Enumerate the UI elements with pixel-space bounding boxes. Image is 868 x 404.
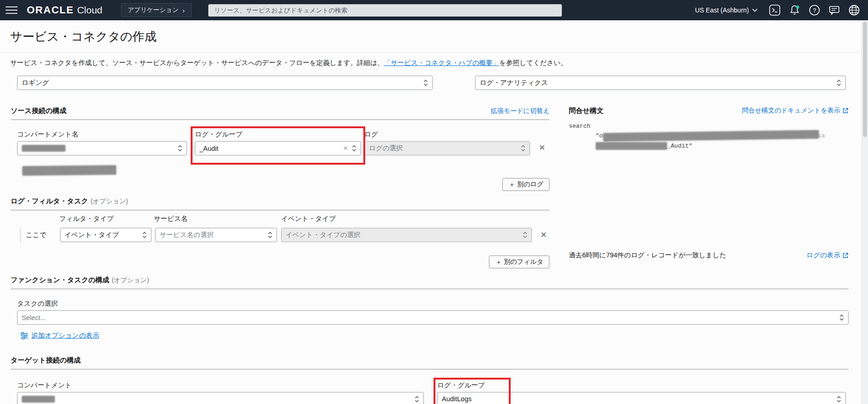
target-service-select[interactable]: ログ・アナリティクス [475,76,846,90]
select-chevrons-icon [837,79,841,87]
svg-text:?: ? [813,7,816,14]
compartment-select[interactable] [17,141,187,155]
select-chevrons-icon [268,231,272,239]
redacted-text [22,165,116,176]
task-select-label: タスクの選択 [17,299,849,308]
notifications-bell-icon[interactable] [788,4,801,17]
target-section-title: ターゲット接続の構成 [11,356,81,365]
select-chevrons-icon [423,79,428,87]
filter-type-label: フィルタ・タイプ [59,214,154,223]
oracle-cloud-logo[interactable]: ORACLE Cloud [27,4,102,16]
target-log-group-label: ログ・グループ [437,381,846,390]
filter-type-select[interactable]: イベント・タイプ [60,228,151,242]
redacted-compartment-value [22,396,55,403]
redacted-compartment-value [22,145,66,152]
query-syntax-panel: 問合せ構文 問合せ構文のドキュメントを表示 search "ojebij2siy… [569,107,849,268]
chevron-right-icon: › [182,7,185,14]
event-type-label: イベント・タイプ [281,214,336,223]
query-line-redacted: "ojebij2siyca [596,131,849,141]
page-title: サービス・コネクタの作成 [10,29,857,45]
query-code: search "ojebij2siyca _Audit" [569,121,849,151]
page-description: サービス・コネクタを作成して、ソース・サービスからターゲット・サービスへのデータ… [0,52,868,69]
another-log-button[interactable]: ＋ 別のログ [502,178,549,191]
language-globe-icon[interactable] [848,4,861,17]
select-chevrons-icon [178,144,182,152]
feedback-icon[interactable] [828,4,841,17]
redacted-query-text [603,130,819,142]
help-icon[interactable]: ? [808,4,821,17]
target-compartment-label: コンパートメント [17,381,424,390]
view-logs-link[interactable]: ログの表示 [806,251,849,260]
query-panel-title: 問合せ構文 [569,107,603,115]
log-group-label: ログ・グループ [195,130,361,139]
source-service-select[interactable]: ロギング [17,76,433,90]
source-section-title: ソース接続の構成 [11,107,66,115]
scrollbar-thumb[interactable] [863,22,867,137]
select-chevrons-icon [837,395,841,403]
match-count-text: 過去6時間に794件のログ・レコードが一致しました [569,251,726,260]
external-link-icon [842,107,849,114]
select-chevrons-icon [521,144,525,152]
log-select[interactable]: ログの選択 [364,141,530,155]
select-chevrons-icon [142,231,147,239]
remove-filter-row-icon[interactable]: ✕ [541,231,547,239]
chevron-down-icon [752,8,758,12]
cloud-shell-icon[interactable] [768,4,781,17]
plus-icon: ＋ [508,180,515,189]
filter-section-title: ログ・フィルタ・タスク(オプション) [11,197,128,206]
select-chevrons-icon [839,314,844,321]
top-navigation-bar: ORACLE Cloud アプリケーション › US East (Ashburn… [0,0,868,20]
remove-log-row-icon[interactable]: ✕ [539,144,545,155]
external-link-icon [842,252,849,259]
plus-icon: ＋ [495,258,502,267]
target-log-group-field: ログ・グループ AuditLogs [437,381,846,404]
select-chevrons-icon [523,231,527,239]
service-name-label: サービス名 [154,214,281,223]
task-select[interactable]: Select... [17,310,849,325]
where-label: ここで [20,227,58,243]
options-sliders-icon [20,332,28,339]
vertical-scrollbar[interactable] [862,20,868,404]
global-search-input[interactable] [208,4,562,17]
brand-cloud: Cloud [77,5,102,16]
compartment-field: コンパートメント名 [17,130,187,155]
another-filter-button[interactable]: ＋ 別のフィルタ [489,255,549,268]
brand-oracle: ORACLE [27,4,74,16]
clear-icon[interactable]: ✕ [343,145,348,152]
menu-icon[interactable] [4,3,19,17]
log-group-field: ログ・グループ _Audit ✕ [195,130,361,155]
log-field: ログ ログの選択 [364,130,530,155]
log-group-select[interactable]: _Audit ✕ [195,141,361,155]
service-name-select[interactable]: サービス名の選択 [155,228,277,242]
select-chevrons-icon [352,144,356,152]
topbar-actions: US East (Ashburn) ? [695,4,861,17]
show-additional-options-link[interactable]: 追加オプションの表示 [20,331,99,340]
overview-link[interactable]: 「サービス・コネクタ・ハブの概要」 [384,59,499,66]
target-log-group-select[interactable]: AuditLogs [437,392,846,404]
advanced-mode-link[interactable]: 拡張モードに切替え [491,107,549,115]
compartment-label: コンパートメント名 [17,130,187,139]
query-docs-link[interactable]: 問合せ構文のドキュメントを表示 [742,107,849,115]
redacted-query-text [596,142,667,150]
notification-dot [796,6,799,9]
applications-button[interactable]: アプリケーション › [121,3,192,17]
select-chevrons-icon [415,395,419,403]
region-selector[interactable]: US East (Ashburn) [695,6,758,14]
event-type-select[interactable]: イベント・タイプの選択 [281,228,532,242]
function-section-title: ファンクション・タスクの構成(オプション) [11,276,149,285]
query-keyword: search [569,121,849,131]
log-label: ログ [364,130,530,139]
target-compartment-field: コンパートメント [17,381,424,404]
target-compartment-select[interactable] [17,392,424,404]
query-line-audit: _Audit" [596,141,849,151]
